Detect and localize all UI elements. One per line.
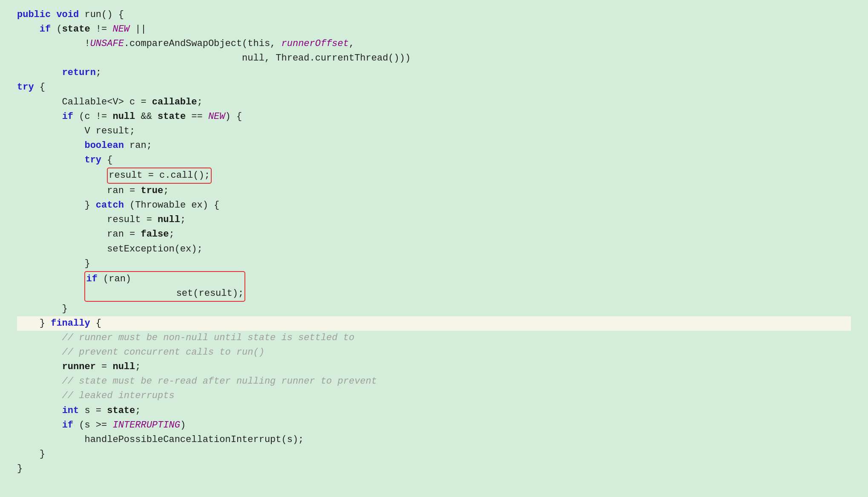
code-line: result = null; xyxy=(17,213,851,227)
var-callable: callable xyxy=(152,95,197,110)
keyword-if: if xyxy=(40,22,51,37)
code-line: result = c.call(); xyxy=(17,168,851,184)
keyword-if3: if xyxy=(86,274,97,284)
highlight-if-ran: if (ran) set(result); xyxy=(84,271,245,302)
code-line: } xyxy=(17,257,851,271)
keyword-void: void xyxy=(56,8,79,22)
keyword-null2: null xyxy=(158,213,180,227)
keyword-finally: finally xyxy=(51,316,90,331)
keyword-true: true xyxy=(141,184,163,198)
keyword-boolean: boolean xyxy=(84,139,124,153)
code-line: // state must be re-read after nulling r… xyxy=(17,374,851,389)
code-line: try { xyxy=(17,80,851,95)
keyword-if2: if xyxy=(62,110,73,124)
code-line: null, Thread.currentThread())) xyxy=(17,51,851,66)
code-line: // runner must be non-null until state i… xyxy=(17,331,851,345)
code-line: } xyxy=(17,462,851,476)
highlight-result-call: result = c.call(); xyxy=(107,168,212,184)
code-line-highlighted: } finally { xyxy=(17,316,851,331)
code-line: if (c != null && state == NEW) { xyxy=(17,110,851,124)
code-line: !UNSAFE.compareAndSwapObject(this, runne… xyxy=(17,37,851,51)
keyword-public: public xyxy=(17,8,51,22)
const-NEW2: NEW xyxy=(208,110,225,124)
code-line: runner = null; xyxy=(17,360,851,374)
code-line: } xyxy=(17,302,851,316)
keyword-false: false xyxy=(141,227,169,242)
code-line: public void run() { xyxy=(17,8,851,22)
keyword-if4: if xyxy=(62,418,73,433)
code-line: Callable<V> c = callable; xyxy=(17,95,851,110)
code-line: boolean ran; xyxy=(17,139,851,153)
code-line: } xyxy=(17,447,851,462)
keyword-try: try xyxy=(17,80,34,95)
keyword-null3: null xyxy=(112,360,135,374)
code-line: try { xyxy=(17,153,851,168)
code-line: // prevent concurrent calls to run() xyxy=(17,345,851,360)
var-state3: state xyxy=(107,404,135,418)
var-runner: runner xyxy=(62,360,96,374)
code-line: ran = true; xyxy=(17,184,851,198)
const-runnerOffset: runnerOffset xyxy=(282,37,349,51)
code-line: if (s >= INTERRUPTING) xyxy=(17,418,851,433)
keyword-return: return xyxy=(62,66,96,80)
var-state2: state xyxy=(158,110,186,124)
code-line: int s = state; xyxy=(17,404,851,418)
code-viewer: public void run() { if (state != NEW || … xyxy=(0,8,868,476)
code-line: ran = false; xyxy=(17,227,851,242)
code-line: V result; xyxy=(17,124,851,139)
const-NEW: NEW xyxy=(112,22,129,37)
keyword-try2: try xyxy=(84,153,101,168)
code-line: if (ran) set(result); xyxy=(17,271,851,302)
keyword-int: int xyxy=(62,404,79,418)
const-UNSAFE: UNSAFE xyxy=(90,37,124,51)
code-line: setException(ex); xyxy=(17,242,851,257)
const-INTERRUPTING: INTERRUPTING xyxy=(112,418,180,433)
code-line: } catch (Throwable ex) { xyxy=(17,198,851,213)
keyword-catch: catch xyxy=(96,198,124,213)
var-state: state xyxy=(62,22,90,37)
code-line: if (state != NEW || xyxy=(17,22,851,37)
code-line: // leaked interrupts xyxy=(17,389,851,403)
code-line: return; xyxy=(17,66,851,80)
keyword-null: null xyxy=(112,110,135,124)
code-line: handlePossibleCancellationInterrupt(s); xyxy=(17,433,851,447)
